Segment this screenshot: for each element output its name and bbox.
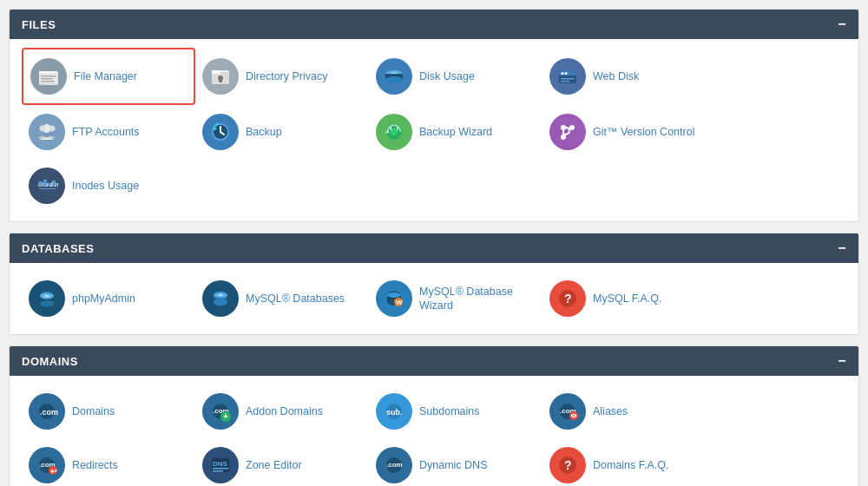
web-disk-icon xyxy=(549,58,586,95)
files-title: FILES xyxy=(22,18,56,31)
svg-point-45 xyxy=(44,295,49,298)
mysql-database-wizard-item[interactable]: W MySQL® Database Wizard xyxy=(369,272,542,325)
mysql-databases-item[interactable]: MySQL® Databases xyxy=(195,272,369,325)
backup-wizard-label: Backup Wizard xyxy=(419,125,492,139)
mysql-databases-icon xyxy=(202,280,239,317)
ftp-accounts-item[interactable]: FTP Accounts xyxy=(22,105,195,159)
domains-body: .com Domains .com + Ad xyxy=(10,376,858,486)
subdomains-icon: sub. xyxy=(376,393,412,430)
disk-usage-icon xyxy=(376,58,412,95)
zone-editor-label: Zone Editor xyxy=(246,458,302,472)
svg-point-43 xyxy=(40,301,54,307)
databases-body: phpMyAdmin xyxy=(10,263,858,334)
web-disk-label: Web Disk xyxy=(593,69,639,83)
mysql-faq-item[interactable]: ? MySQL F.A.Q. xyxy=(542,272,716,325)
svg-text:sub.: sub. xyxy=(386,408,403,417)
directory-privacy-item[interactable]: Directory Privacy xyxy=(195,48,369,105)
file-manager-label: File Manager xyxy=(74,69,137,83)
phpmyadmin-label: phpMyAdmin xyxy=(72,292,135,305)
svg-text:.com: .com xyxy=(386,461,403,469)
svg-point-32 xyxy=(569,125,575,130)
svg-rect-9 xyxy=(212,70,220,74)
svg-point-24 xyxy=(40,126,46,132)
mysql-wizard-label: MySQL® Database Wizard xyxy=(419,285,536,313)
svg-point-29 xyxy=(391,128,398,135)
svg-rect-79 xyxy=(213,470,223,472)
redirects-item[interactable]: .com ↩ Redirects xyxy=(22,438,195,486)
svg-point-50 xyxy=(214,299,227,306)
svg-rect-21 xyxy=(561,78,575,80)
backup-icon xyxy=(202,114,239,150)
addon-domains-item[interactable]: .com + Addon Domains xyxy=(195,384,369,438)
svg-rect-11 xyxy=(219,79,222,82)
zone-editor-item[interactable]: DNS Zone Editor xyxy=(195,438,369,486)
ftp-accounts-label: FTP Accounts xyxy=(72,125,140,139)
databases-grid: phpMyAdmin xyxy=(22,272,846,325)
databases-title: DATABASES xyxy=(22,242,94,255)
redirects-icon: .com ↩ xyxy=(29,447,65,483)
svg-rect-40 xyxy=(39,188,56,189)
backup-item[interactable]: Backup xyxy=(195,105,369,159)
domains-icon: .com xyxy=(29,393,65,430)
domains-header: DOMAINS − xyxy=(10,346,858,376)
subdomains-label: Subdomains xyxy=(419,404,480,418)
directory-privacy-icon xyxy=(202,58,239,95)
svg-rect-39 xyxy=(52,181,56,186)
svg-rect-38 xyxy=(48,183,51,186)
domains-faq-label: Domains F.A.Q. xyxy=(593,458,669,472)
disk-usage-item[interactable]: Disk Usage xyxy=(369,48,542,105)
disk-usage-label: Disk Usage xyxy=(419,69,475,83)
databases-header: DATABASES − xyxy=(10,233,858,263)
backup-wizard-icon xyxy=(376,114,412,150)
svg-text:?: ? xyxy=(564,292,572,305)
domains-faq-icon: ? xyxy=(549,447,586,483)
domains-collapse[interactable]: − xyxy=(838,353,846,369)
svg-text:DNS: DNS xyxy=(213,460,228,468)
databases-section: DATABASES − phpMyAdmin xyxy=(9,233,859,335)
git-icon xyxy=(549,114,586,150)
mysql-faq-label: MySQL F.A.Q. xyxy=(593,292,661,305)
inodes-icon: inodes xyxy=(29,167,65,204)
svg-text:.com: .com xyxy=(40,408,58,417)
domains-item[interactable]: .com Domains xyxy=(22,384,195,438)
dynamic-dns-item[interactable]: .com Dynamic DNS xyxy=(369,438,542,486)
addon-domains-label: Addon Domains xyxy=(246,404,323,418)
files-section: FILES − xyxy=(9,9,859,222)
phpmyadmin-item[interactable]: phpMyAdmin xyxy=(22,272,195,325)
web-disk-item[interactable]: Web Disk xyxy=(542,48,716,105)
redirects-label: Redirects xyxy=(72,458,118,472)
zone-editor-icon: DNS xyxy=(202,447,239,483)
domains-faq-item[interactable]: ? Domains F.A.Q. xyxy=(542,438,716,486)
svg-rect-6 xyxy=(41,81,55,82)
svg-rect-5 xyxy=(41,78,53,80)
svg-text:W: W xyxy=(396,299,403,306)
svg-text:↩: ↩ xyxy=(50,467,57,476)
git-version-control-item[interactable]: Git™ Version Control xyxy=(542,105,716,159)
svg-rect-37 xyxy=(43,180,47,186)
aliases-item[interactable]: .com Aliases xyxy=(542,384,716,438)
file-manager-item[interactable]: File Manager xyxy=(22,48,195,105)
dynamic-dns-icon: .com xyxy=(376,447,412,483)
domains-section: DOMAINS − .com Domains xyxy=(9,345,859,486)
files-collapse[interactable]: − xyxy=(838,16,846,32)
inodes-label: Inodes Usage xyxy=(72,179,139,193)
svg-point-19 xyxy=(562,72,564,75)
aliases-label: Aliases xyxy=(593,404,628,418)
mysql-faq-icon: ? xyxy=(549,280,586,317)
ftp-accounts-icon xyxy=(29,114,65,150)
svg-text:?: ? xyxy=(564,458,572,472)
inodes-usage-item[interactable]: inodes Inodes Usage xyxy=(22,159,195,213)
databases-collapse[interactable]: − xyxy=(838,240,846,256)
svg-rect-22 xyxy=(561,81,569,82)
mysql-databases-label: MySQL® Databases xyxy=(246,292,345,305)
backup-wizard-item[interactable]: Backup Wizard xyxy=(369,105,542,159)
svg-rect-4 xyxy=(41,76,56,77)
svg-point-71 xyxy=(569,411,578,420)
domains-title: DOMAINS xyxy=(22,355,78,368)
files-grid: File Manager Directory Privacy xyxy=(22,48,846,213)
files-body: File Manager Directory Privacy xyxy=(10,39,858,221)
subdomains-item[interactable]: sub. Subdomains xyxy=(369,384,542,438)
svg-rect-78 xyxy=(213,468,228,470)
git-label: Git™ Version Control xyxy=(593,125,694,139)
svg-rect-36 xyxy=(39,181,43,186)
